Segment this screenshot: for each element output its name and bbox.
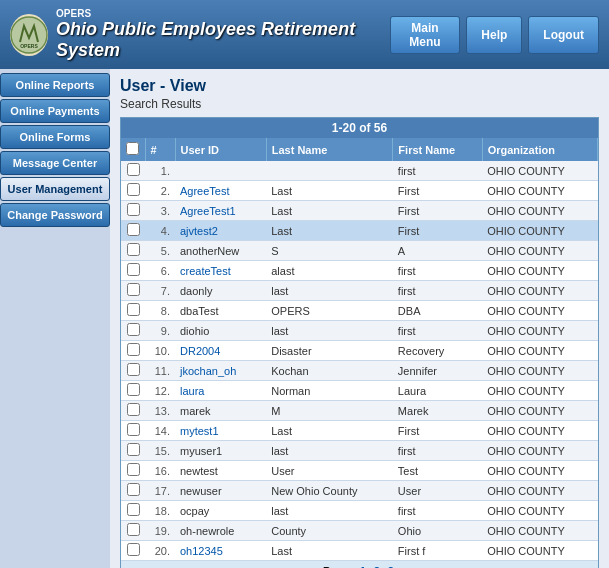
row-checkbox[interactable] bbox=[127, 463, 140, 476]
row-userid[interactable]: AgreeTest bbox=[175, 181, 266, 201]
row-checkbox[interactable] bbox=[127, 543, 140, 556]
col-lastname: Last Name bbox=[266, 138, 393, 161]
row-checkbox[interactable] bbox=[127, 343, 140, 356]
row-checkbox[interactable] bbox=[127, 163, 140, 176]
row-userid: diohio bbox=[175, 321, 266, 341]
row-checkbox[interactable] bbox=[127, 363, 140, 376]
row-checkbox[interactable] bbox=[127, 303, 140, 316]
row-userid[interactable]: laura bbox=[175, 381, 266, 401]
table-row: 12.lauraNormanLauraOHIO COUNTY bbox=[121, 381, 598, 401]
row-checkbox-cell bbox=[121, 221, 145, 241]
row-checkbox[interactable] bbox=[127, 523, 140, 536]
row-lastname: last bbox=[266, 501, 393, 521]
row-checkbox[interactable] bbox=[127, 263, 140, 276]
header: OPERS OPERS Ohio Public Employees Retire… bbox=[0, 0, 609, 69]
help-button[interactable]: Help bbox=[466, 16, 522, 54]
row-lastname: OPERS bbox=[266, 301, 393, 321]
row-num: 16. bbox=[145, 461, 175, 481]
sidebar-item-online-forms[interactable]: Online Forms bbox=[0, 125, 110, 149]
userid-link[interactable]: ajvtest2 bbox=[180, 225, 218, 237]
logout-button[interactable]: Logout bbox=[528, 16, 599, 54]
table-row: 11.jkochan_ohKochanJenniferOHIO COUNTY bbox=[121, 361, 598, 381]
row-lastname: Last bbox=[266, 541, 393, 561]
userid-link[interactable]: AgreeTest1 bbox=[180, 205, 236, 217]
row-firstname: first bbox=[393, 261, 482, 281]
row-userid[interactable]: createTest bbox=[175, 261, 266, 281]
row-org: OHIO COUNTY bbox=[482, 301, 597, 321]
row-firstname: first bbox=[393, 501, 482, 521]
row-org: OHIO COUNTY bbox=[482, 381, 597, 401]
users-table: # User ID Last Name First Name Organizat… bbox=[121, 138, 598, 561]
row-userid[interactable]: oh12345 bbox=[175, 541, 266, 561]
row-checkbox[interactable] bbox=[127, 283, 140, 296]
row-firstname: first bbox=[393, 321, 482, 341]
row-num: 5. bbox=[145, 241, 175, 261]
row-checkbox[interactable] bbox=[127, 503, 140, 516]
page-title: User - View bbox=[120, 77, 599, 95]
row-lastname: Kochan bbox=[266, 361, 393, 381]
userid-link[interactable]: AgreeTest bbox=[180, 185, 230, 197]
row-lastname: User bbox=[266, 461, 393, 481]
select-all-checkbox[interactable] bbox=[126, 142, 139, 155]
row-checkbox[interactable] bbox=[127, 423, 140, 436]
row-num: 3. bbox=[145, 201, 175, 221]
userid-link[interactable]: jkochan_oh bbox=[180, 365, 236, 377]
row-num: 4. bbox=[145, 221, 175, 241]
row-checkbox-cell bbox=[121, 521, 145, 541]
sidebar-item-online-reports[interactable]: Online Reports bbox=[0, 73, 110, 97]
row-userid: marek bbox=[175, 401, 266, 421]
row-firstname: first bbox=[393, 281, 482, 301]
row-checkbox[interactable] bbox=[127, 243, 140, 256]
row-org: OHIO COUNTY bbox=[482, 501, 597, 521]
userid-link[interactable]: oh12345 bbox=[180, 545, 223, 557]
userid-link[interactable]: DR2004 bbox=[180, 345, 220, 357]
row-checkbox[interactable] bbox=[127, 203, 140, 216]
row-lastname: Last bbox=[266, 421, 393, 441]
sidebar-item-online-payments[interactable]: Online Payments bbox=[0, 99, 110, 123]
row-userid[interactable]: ajvtest2 bbox=[175, 221, 266, 241]
row-lastname: Last bbox=[266, 181, 393, 201]
results-table-container: 1-20 of 56 # User ID Last Name First Nam… bbox=[120, 117, 599, 568]
row-checkbox-cell bbox=[121, 541, 145, 561]
row-org: OHIO COUNTY bbox=[482, 321, 597, 341]
col-userid: User ID bbox=[175, 138, 266, 161]
row-checkbox[interactable] bbox=[127, 183, 140, 196]
table-row: 18.ocpaylastfirstOHIO COUNTY bbox=[121, 501, 598, 521]
row-lastname bbox=[266, 161, 393, 181]
row-checkbox[interactable] bbox=[127, 383, 140, 396]
row-checkbox[interactable] bbox=[127, 323, 140, 336]
table-row: 20.oh12345LastFirst fOHIO COUNTY bbox=[121, 541, 598, 561]
row-userid: newuser bbox=[175, 481, 266, 501]
row-userid[interactable]: DR2004 bbox=[175, 341, 266, 361]
row-firstname: First bbox=[393, 421, 482, 441]
sidebar-item-user-management[interactable]: User Management bbox=[0, 177, 110, 201]
sidebar-item-change-password[interactable]: Change Password bbox=[0, 203, 110, 227]
userid-link[interactable]: mytest1 bbox=[180, 425, 219, 437]
row-lastname: last bbox=[266, 321, 393, 341]
row-checkbox[interactable] bbox=[127, 483, 140, 496]
table-row: 16.newtestUserTestOHIO COUNTY bbox=[121, 461, 598, 481]
table-row: 3.AgreeTest1LastFirstOHIO COUNTY bbox=[121, 201, 598, 221]
table-row: 5.anotherNewSAOHIO COUNTY bbox=[121, 241, 598, 261]
row-checkbox-cell bbox=[121, 281, 145, 301]
table-row: 17.newuserNew Ohio CountyUserOHIO COUNTY bbox=[121, 481, 598, 501]
row-lastname: Last bbox=[266, 221, 393, 241]
result-count: 1-20 of 56 bbox=[121, 118, 598, 138]
row-checkbox[interactable] bbox=[127, 403, 140, 416]
main-menu-button[interactable]: Main Menu bbox=[390, 16, 461, 54]
row-firstname: first bbox=[393, 161, 482, 181]
row-checkbox-cell bbox=[121, 361, 145, 381]
row-checkbox[interactable] bbox=[127, 443, 140, 456]
row-checkbox[interactable] bbox=[127, 223, 140, 236]
row-firstname: First bbox=[393, 181, 482, 201]
row-lastname: New Ohio County bbox=[266, 481, 393, 501]
row-userid[interactable]: mytest1 bbox=[175, 421, 266, 441]
userid-link[interactable]: createTest bbox=[180, 265, 231, 277]
col-firstname: First Name bbox=[393, 138, 482, 161]
sidebar-item-message-center[interactable]: Message Center bbox=[0, 151, 110, 175]
row-firstname: Jennifer bbox=[393, 361, 482, 381]
row-userid[interactable]: AgreeTest1 bbox=[175, 201, 266, 221]
userid-link[interactable]: laura bbox=[180, 385, 204, 397]
row-org: OHIO COUNTY bbox=[482, 481, 597, 501]
row-userid[interactable]: jkochan_oh bbox=[175, 361, 266, 381]
